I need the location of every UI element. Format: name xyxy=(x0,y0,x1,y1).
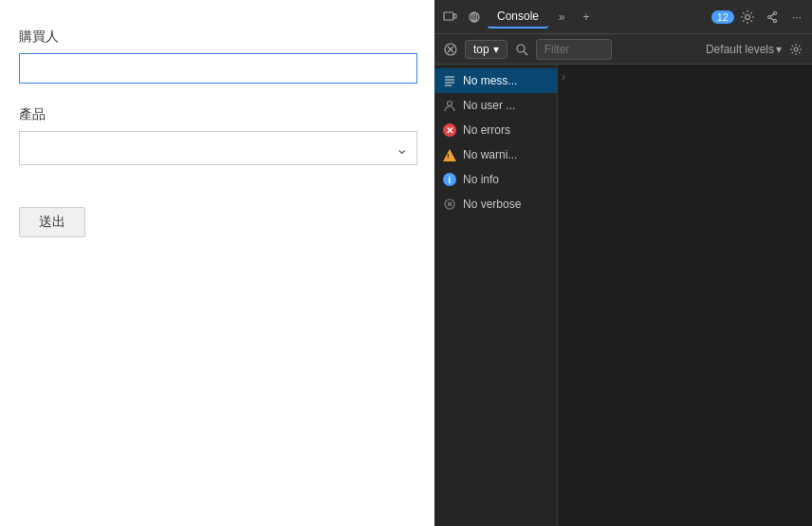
messages-label: No mess... xyxy=(463,74,517,87)
verbose-icon xyxy=(442,197,457,212)
svg-point-14 xyxy=(517,45,525,52)
info-label: No info xyxy=(463,173,499,186)
devtools-panel: Console » + 12 ··· top ▾ Default levels … xyxy=(434,0,812,526)
user-label: No user ... xyxy=(463,99,515,112)
network-icon[interactable] xyxy=(463,6,486,28)
buyer-group: 購買人 xyxy=(19,28,415,84)
sidebar-item-verbose[interactable]: No verbose xyxy=(434,192,557,216)
svg-rect-1 xyxy=(453,14,456,18)
top-frame-dropdown[interactable]: top ▾ xyxy=(465,40,508,59)
info-icon: i xyxy=(442,172,457,187)
sidebar-item-messages[interactable]: No mess... xyxy=(434,68,557,93)
svg-line-9 xyxy=(770,13,773,15)
buyer-input[interactable] xyxy=(19,53,417,84)
user-icon xyxy=(442,98,457,113)
error-icon: ✕ xyxy=(442,122,457,138)
levels-chevron-icon: ▾ xyxy=(776,43,782,56)
product-select[interactable] xyxy=(19,131,417,165)
svg-point-16 xyxy=(794,47,798,51)
default-levels-dropdown[interactable]: Default levels ▾ xyxy=(706,43,782,56)
svg-point-5 xyxy=(746,14,750,19)
ellipsis-icon[interactable]: ··· xyxy=(785,6,808,28)
warnings-label: No warni... xyxy=(463,148,517,161)
add-tab-icon[interactable]: + xyxy=(575,6,598,28)
devtools-content: No mess... No user ... ✕ No errors xyxy=(434,65,812,526)
svg-point-8 xyxy=(774,19,777,22)
svg-line-10 xyxy=(770,17,773,19)
svg-point-7 xyxy=(774,11,777,14)
share-icon[interactable] xyxy=(761,6,784,28)
product-label: 產品 xyxy=(19,106,415,123)
errors-label: No errors xyxy=(463,123,510,137)
device-icon[interactable] xyxy=(438,6,461,28)
product-group: 產品 xyxy=(19,106,415,165)
sidebar-item-user[interactable]: No user ... xyxy=(434,93,557,118)
verbose-label: No verbose xyxy=(463,197,521,211)
devtools-topbar: Console » + 12 ··· xyxy=(434,0,812,34)
badge-count: 12 xyxy=(711,10,734,24)
more-tabs-icon[interactable]: » xyxy=(550,6,573,28)
dropdown-chevron-icon: ▾ xyxy=(493,43,499,56)
console-chevron-icon: › xyxy=(562,70,565,84)
levels-label: Default levels xyxy=(706,43,774,56)
buyer-label: 購買人 xyxy=(19,28,415,46)
devtools-toolbar: top ▾ Default levels ▾ xyxy=(434,34,812,65)
submit-button[interactable]: 送出 xyxy=(19,207,85,237)
console-main[interactable]: › xyxy=(558,65,812,526)
search-icon[interactable] xyxy=(511,39,532,60)
clear-console-icon[interactable] xyxy=(440,39,461,60)
top-frame-label: top xyxy=(473,43,489,56)
tab-console[interactable]: Console xyxy=(488,6,548,28)
svg-point-6 xyxy=(768,15,771,18)
form-panel: 購買人 產品 送出 xyxy=(0,0,434,526)
console-sidebar: No mess... No user ... ✕ No errors xyxy=(434,65,558,526)
warning-icon xyxy=(442,147,457,162)
svg-point-21 xyxy=(448,102,452,106)
sidebar-item-info[interactable]: i No info xyxy=(434,167,557,192)
svg-rect-0 xyxy=(444,12,453,20)
list-icon xyxy=(442,73,457,88)
sidebar-item-warnings[interactable]: No warni... xyxy=(434,142,557,167)
product-select-wrapper xyxy=(19,131,417,165)
svg-line-15 xyxy=(524,51,527,55)
console-settings-icon[interactable] xyxy=(785,39,806,60)
filter-input[interactable] xyxy=(536,39,612,60)
sidebar-item-errors[interactable]: ✕ No errors xyxy=(434,118,557,142)
settings-icon[interactable] xyxy=(736,6,759,28)
